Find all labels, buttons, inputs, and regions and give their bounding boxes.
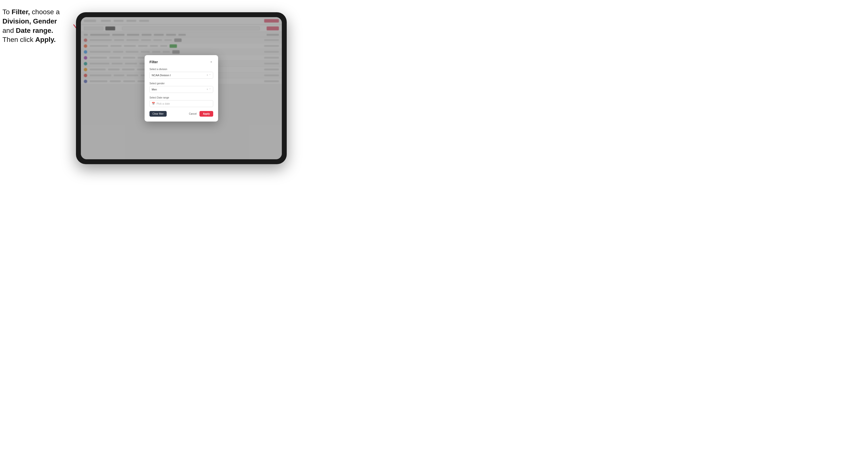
filter-date-field: Select Date range 📅 Pick a date (150, 96, 213, 107)
cancel-button[interactable]: Cancel (187, 111, 198, 117)
tablet-frame: Filter × Select a division NCAA Division… (76, 12, 287, 164)
chevron-down-icon-gender: ⌃ (209, 88, 211, 91)
filter-dialog-title: Filter (150, 60, 158, 64)
filter-gender-field: Select gender Men × ⌃ (150, 82, 213, 93)
apply-button[interactable]: Apply (199, 111, 213, 117)
filter-date-input[interactable]: 📅 Pick a date (150, 100, 213, 107)
clear-filter-button[interactable]: Clear filter (150, 111, 167, 117)
instruction-bold-division-gender: Division, Gender (2, 18, 57, 25)
modal-overlay: Filter × Select a division NCAA Division… (81, 17, 282, 159)
instruction-line4: Then click Apply. (2, 36, 56, 43)
filter-date-placeholder: Pick a date (157, 102, 170, 105)
instruction-line3: and Date range. (2, 27, 53, 34)
filter-dialog: Filter × Select a division NCAA Division… (145, 55, 218, 122)
filter-division-label: Select a division (150, 68, 213, 70)
filter-gender-select[interactable]: Men × ⌃ (150, 86, 213, 93)
filter-division-value: NCAA Division I (152, 74, 207, 77)
instruction-bold-daterange: Date range. (16, 27, 54, 34)
chevron-down-icon: ⌃ (209, 74, 211, 76)
filter-gender-clear-icon[interactable]: × (207, 88, 208, 91)
filter-gender-label: Select gender (150, 82, 213, 85)
filter-close-button[interactable]: × (209, 60, 213, 64)
instruction-text: To Filter, choose a Division, Gender and… (2, 7, 73, 44)
instruction-line1: To Filter, choose a (2, 8, 60, 16)
tablet-screen: Filter × Select a division NCAA Division… (81, 17, 282, 159)
filter-division-field: Select a division NCAA Division I × ⌃ (150, 68, 213, 79)
filter-footer-right: Cancel Apply (187, 111, 213, 117)
filter-division-select[interactable]: NCAA Division I × ⌃ (150, 72, 213, 79)
filter-division-clear-icon[interactable]: × (207, 74, 208, 76)
instruction-bold-filter: Filter, (11, 8, 30, 16)
filter-dialog-footer: Clear filter Cancel Apply (150, 111, 213, 117)
filter-gender-value: Men (152, 88, 207, 91)
filter-date-label: Select Date range (150, 96, 213, 99)
calendar-icon: 📅 (152, 102, 155, 105)
filter-dialog-header: Filter × (150, 60, 213, 64)
instruction-bold-apply: Apply. (35, 36, 56, 43)
